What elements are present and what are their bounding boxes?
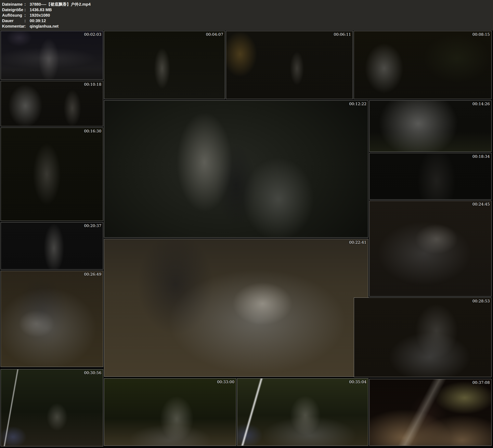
thumbnail-timestamp: 00:04:07 bbox=[206, 32, 223, 36]
video-thumbnail: 00:33:00 bbox=[104, 378, 236, 446]
thumbnail-timestamp: 00:24:45 bbox=[472, 202, 490, 206]
thumbnail-timestamp: 00:20:37 bbox=[84, 224, 101, 228]
video-thumbnail: 00:08:15 bbox=[354, 31, 492, 99]
thumbnail-timestamp: 00:30:56 bbox=[84, 370, 101, 375]
thumbnail-grid: 00:02:03 00:04:07 00:06:11 00:08:15 00:1… bbox=[0, 0, 493, 448]
video-thumbnail: 00:30:56 bbox=[0, 369, 103, 446]
thumbnail-timestamp: 00:08:15 bbox=[472, 32, 490, 36]
video-thumbnail: 00:04:07 bbox=[104, 31, 225, 99]
thumbnail-timestamp: 00:22:41 bbox=[349, 240, 367, 245]
thumbnail-timestamp: 00:26:49 bbox=[84, 272, 101, 276]
video-thumbnail: 00:02:03 bbox=[0, 31, 103, 80]
video-thumbnail: 00:28:53 bbox=[354, 298, 492, 377]
thumbnail-timestamp: 00:16:30 bbox=[84, 129, 101, 133]
thumbnail-timestamp: 00:10:18 bbox=[84, 82, 101, 87]
contact-sheet: Dateiname : 37880----【裙底飘香】户外2.mp4 Datei… bbox=[0, 0, 493, 448]
video-thumbnail: 00:26:49 bbox=[0, 271, 103, 367]
video-thumbnail: 00:16:30 bbox=[0, 128, 103, 221]
video-thumbnail: 00:14:26 bbox=[369, 100, 492, 152]
video-thumbnail: 00:18:34 bbox=[369, 153, 492, 200]
video-thumbnail: 00:20:37 bbox=[0, 222, 103, 269]
video-thumbnail: 00:24:45 bbox=[369, 201, 492, 296]
thumbnail-timestamp: 00:35:04 bbox=[349, 380, 367, 384]
video-thumbnail: 00:10:18 bbox=[0, 81, 103, 126]
video-thumbnail: 00:06:11 bbox=[226, 31, 353, 99]
video-thumbnail: 00:37:08 bbox=[369, 379, 492, 446]
thumbnail-timestamp: 00:12:22 bbox=[349, 101, 367, 106]
thumbnail-timestamp: 00:37:08 bbox=[472, 380, 490, 385]
thumbnail-timestamp: 00:33:00 bbox=[217, 380, 235, 384]
video-thumbnail: 00:35:04 bbox=[237, 378, 368, 446]
video-thumbnail: 00:22:41 bbox=[104, 239, 368, 377]
thumbnail-timestamp: 00:18:34 bbox=[472, 154, 490, 159]
thumbnail-timestamp: 00:02:03 bbox=[84, 32, 101, 36]
thumbnail-timestamp: 00:28:53 bbox=[472, 299, 490, 303]
thumbnail-timestamp: 00:14:26 bbox=[472, 101, 490, 106]
video-thumbnail: 00:12:22 bbox=[104, 100, 368, 238]
thumbnail-timestamp: 00:06:11 bbox=[334, 32, 351, 36]
